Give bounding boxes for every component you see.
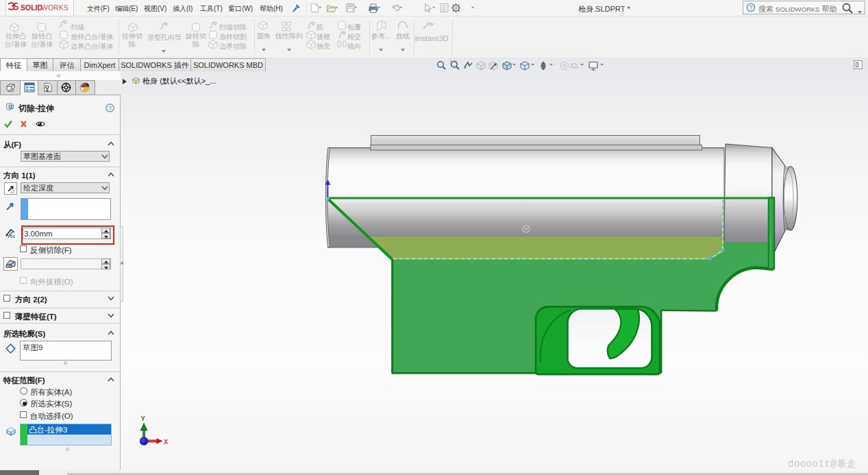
svg-text:Y: Y [141,415,146,423]
svg-text:X: X [164,438,169,446]
